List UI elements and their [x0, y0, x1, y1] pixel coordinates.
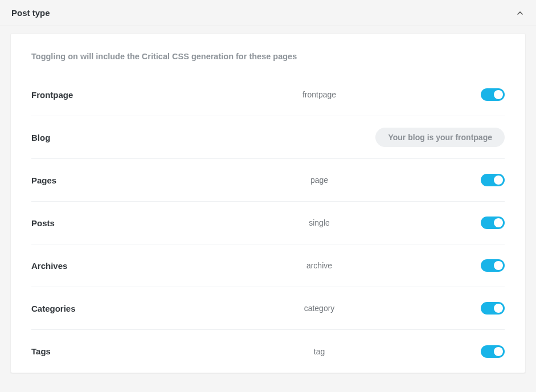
row-label: Pages	[31, 175, 168, 185]
toggle-knob	[494, 175, 503, 185]
toggle-archives[interactable]	[481, 259, 505, 272]
row-control	[470, 174, 505, 186]
toggle-knob	[494, 218, 503, 227]
row-pages: Pages page	[31, 159, 505, 202]
row-control	[470, 217, 505, 229]
row-label: Categories	[31, 304, 168, 313]
row-control: Your blog is your frontpage	[168, 128, 505, 147]
row-posts: Posts single	[31, 202, 505, 244]
row-categories: Categories category	[31, 287, 505, 330]
row-label: Tags	[31, 346, 168, 356]
settings-card: Toggling on will include the Critical CS…	[10, 33, 526, 373]
row-control	[470, 302, 505, 315]
toggle-knob	[494, 347, 503, 356]
toggle-frontpage[interactable]	[481, 88, 505, 101]
row-archives: Archives archive	[31, 244, 505, 287]
row-slug: archive	[168, 261, 470, 270]
row-label: Archives	[31, 261, 168, 271]
toggle-knob	[494, 261, 503, 270]
row-control	[470, 259, 505, 272]
toggle-knob	[494, 90, 503, 99]
row-label: Posts	[31, 218, 168, 228]
chevron-up-icon[interactable]	[515, 9, 525, 18]
toggle-posts[interactable]	[481, 217, 505, 229]
toggle-categories[interactable]	[481, 302, 505, 315]
row-label: Frontpage	[31, 90, 168, 100]
toggle-knob	[494, 304, 503, 313]
row-slug: tag	[168, 347, 470, 356]
description-text: Toggling on will include the Critical CS…	[31, 52, 505, 61]
row-label: Blog	[31, 133, 168, 142]
panel-title: Post type	[11, 8, 50, 18]
row-slug: category	[168, 304, 470, 313]
row-frontpage: Frontpage frontpage	[31, 74, 505, 116]
row-slug: frontpage	[168, 90, 470, 99]
toggle-tags[interactable]	[481, 345, 505, 358]
row-control	[470, 345, 505, 358]
toggle-pages[interactable]	[481, 174, 505, 186]
row-tags: Tags tag	[31, 330, 505, 373]
blog-note-pill: Your blog is your frontpage	[375, 128, 505, 147]
row-slug: page	[168, 175, 470, 185]
row-slug: single	[168, 218, 470, 227]
panel-header: Post type	[0, 0, 536, 26]
row-control	[470, 88, 505, 101]
row-blog: Blog Your blog is your frontpage	[31, 116, 505, 159]
